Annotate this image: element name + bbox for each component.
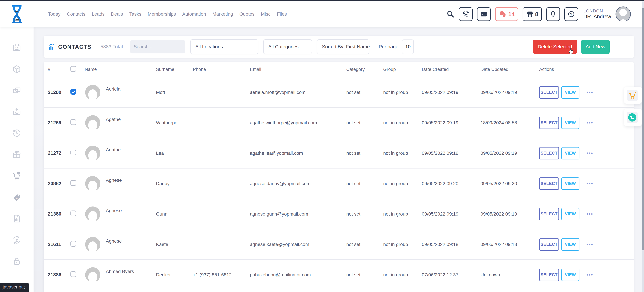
duplicate-icon[interactable]	[12, 86, 22, 95]
contact-category: not set	[346, 120, 383, 125]
inbox-button[interactable]	[477, 7, 491, 21]
contact-date-created: 07/06/2022 12:37	[422, 272, 480, 277]
row-menu-dots[interactable]: •••	[586, 90, 593, 95]
nav-item-memberships[interactable]: Memberships	[148, 12, 176, 17]
select-button[interactable]: SELECT	[539, 86, 559, 99]
call-button[interactable]	[459, 7, 472, 21]
notifications-button[interactable]	[546, 7, 560, 21]
store-icon	[526, 10, 534, 18]
view-button[interactable]: VIEW	[561, 177, 580, 190]
row-checkbox[interactable]	[70, 241, 76, 247]
contacts-table: # Name Surname Phone Email Category Grou…	[44, 62, 634, 292]
chat-bubbles-icon	[498, 10, 507, 18]
nav-item-contacts[interactable]: Contacts	[67, 12, 86, 17]
contact-group: not in group	[383, 272, 422, 277]
row-menu-dots[interactable]: •••	[586, 181, 593, 187]
contact-date-updated: 18/09/2024 08:58	[480, 120, 539, 125]
help-button[interactable]: ?	[564, 7, 578, 21]
lock-icon[interactable]	[12, 256, 22, 266]
gift-icon[interactable]	[12, 150, 22, 160]
row-menu-dots[interactable]: •••	[586, 272, 593, 278]
chat-button[interactable]: 14	[495, 7, 518, 21]
contact-date-created: 09/05/2022 09:19	[422, 90, 480, 95]
search-input[interactable]	[134, 44, 194, 49]
view-button[interactable]: VIEW	[561, 86, 580, 99]
contact-first-name: Agnese	[106, 178, 122, 183]
per-page-input[interactable]: 10	[402, 40, 414, 54]
select-button[interactable]: SELECT	[539, 147, 559, 160]
scrollbar-thumb[interactable]	[642, 9, 644, 250]
categories-filter[interactable]: All Categories	[263, 39, 312, 54]
nav-item-quotes[interactable]: Quotes	[239, 12, 254, 17]
select-button[interactable]: SELECT	[539, 177, 559, 190]
row-menu-dots[interactable]: •••	[586, 120, 593, 126]
sort-filter[interactable]: Sorted By: First Name	[317, 39, 369, 54]
price-tag-icon[interactable]: $	[12, 192, 22, 202]
main-nav: Today Contacts Leads Deals Tasks Members…	[48, 12, 287, 17]
user-block[interactable]: LONDON DR. Andrew	[584, 9, 611, 20]
call-widget-button[interactable]	[627, 112, 638, 123]
table-row: 21886 Ahmed Byers Decker +1 (937) 851-68…	[44, 260, 634, 290]
nav-item-files[interactable]: Files	[277, 12, 287, 17]
view-button[interactable]: VIEW	[561, 147, 580, 160]
view-button[interactable]: VIEW	[561, 117, 580, 129]
row-checkbox[interactable]	[70, 271, 76, 277]
view-button[interactable]: VIEW	[561, 238, 580, 251]
contact-category: not set	[346, 151, 383, 156]
contact-phone: +1 (937) 851-6812	[193, 272, 250, 277]
question-icon: ?	[568, 11, 575, 18]
row-checkbox[interactable]	[70, 150, 76, 156]
nav-item-today[interactable]: Today	[48, 12, 60, 17]
nav-item-tasks[interactable]: Tasks	[129, 12, 142, 17]
row-menu-dots[interactable]: •••	[586, 242, 593, 247]
report-icon[interactable]	[12, 214, 22, 223]
search-icon[interactable]	[446, 10, 454, 18]
col-surname: Surname	[156, 67, 193, 72]
view-button[interactable]: VIEW	[561, 269, 580, 281]
row-checkbox[interactable]	[70, 89, 76, 95]
package-icon[interactable]	[12, 64, 22, 74]
select-button[interactable]: SELECT	[539, 238, 559, 251]
view-button[interactable]: VIEW	[561, 208, 580, 220]
store-button[interactable]: 8	[522, 7, 542, 21]
row-menu-dots[interactable]: •••	[586, 150, 593, 156]
contacts-search[interactable]	[130, 40, 185, 53]
select-all-checkbox[interactable]	[70, 66, 76, 72]
nav-item-marketing[interactable]: Marketing	[212, 12, 233, 17]
cart-settings-icon[interactable]	[12, 171, 22, 181]
select-button[interactable]: SELECT	[539, 269, 559, 281]
history-icon[interactable]	[12, 128, 22, 138]
add-new-button[interactable]: Add New	[581, 40, 610, 54]
divider	[96, 42, 96, 52]
contact-date-created: 09/05/2022 09:19	[422, 120, 480, 125]
call-circle-icon	[628, 113, 637, 122]
nav-item-deals[interactable]: Deals	[111, 12, 123, 17]
contact-email: agathe.lea@yopmail.com	[250, 151, 346, 156]
cart-widget-button[interactable]	[627, 90, 638, 101]
row-checkbox[interactable]	[70, 211, 76, 216]
nav-item-leads[interactable]: Leads	[92, 12, 104, 17]
header: Today Contacts Leads Deals Tasks Members…	[0, 1, 644, 27]
contact-id: 21280	[48, 90, 70, 95]
contact-id: 21272	[48, 150, 70, 156]
table-row: 21280 Aeriela Mott aeriela.mott@yopmail.…	[44, 77, 634, 108]
calendar-icon[interactable]: 12	[12, 43, 22, 53]
contact-surname: Kaete	[156, 242, 193, 247]
row-checkbox[interactable]	[70, 180, 76, 186]
delete-selected-button[interactable]: Delete Selected	[533, 40, 577, 54]
user-sync-icon[interactable]	[12, 235, 22, 245]
app-logo[interactable]	[0, 5, 34, 23]
nav-item-misc[interactable]: Misc	[261, 12, 271, 17]
chart-icon	[48, 43, 56, 51]
select-button[interactable]: SELECT	[539, 208, 559, 220]
contact-surname: Danby	[156, 181, 193, 186]
avatar	[85, 206, 101, 222]
row-checkbox[interactable]	[70, 119, 76, 125]
locations-filter[interactable]: All Locations	[190, 39, 258, 54]
user-avatar[interactable]	[616, 6, 631, 22]
contact-group: not in group	[383, 242, 422, 247]
import-box-icon[interactable]	[12, 107, 22, 117]
row-menu-dots[interactable]: •••	[586, 211, 593, 217]
nav-item-automation[interactable]: Automation	[182, 12, 206, 17]
select-button[interactable]: SELECT	[539, 117, 559, 129]
